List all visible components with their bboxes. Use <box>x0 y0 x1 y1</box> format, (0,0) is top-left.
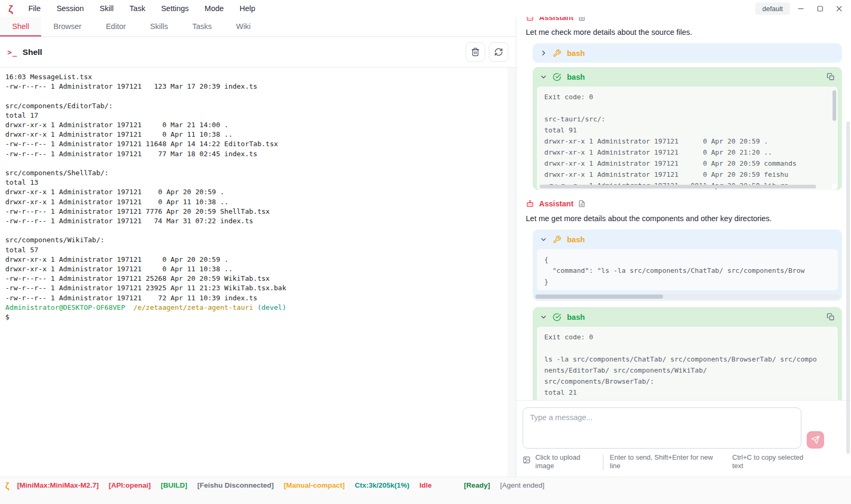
tool-call-bash-success: bash Exit code: 0 src-tauri/src/: total … <box>533 67 842 190</box>
assistant-message: Let me get more details about the compon… <box>526 214 842 223</box>
status-feishu[interactable]: [Feishu Disconnected] <box>197 481 274 489</box>
wrench-icon <box>553 235 561 244</box>
prompt-path: /e/zetaagent/zeta-agent-tauri <box>134 303 253 311</box>
chevron-down-icon[interactable] <box>540 236 547 243</box>
shell-header: >_ Shell <box>0 37 516 68</box>
prompt-user: Administrator@DESKTOP-OF68VEP <box>5 303 125 311</box>
tab-shell[interactable]: Shell <box>0 17 41 36</box>
copy-output-button[interactable] <box>827 313 835 321</box>
message-composer: Click to upload image Enter to send, Shi… <box>516 400 850 477</box>
copy-icon <box>827 73 835 81</box>
tool-call-bash-expanded: bash { "command": "ls -la src/components… <box>533 230 842 301</box>
session-badge[interactable]: default <box>755 3 790 15</box>
status-build[interactable]: [BUILD] <box>160 481 187 489</box>
wrench-icon <box>553 49 561 58</box>
maximize-button[interactable] <box>812 2 828 15</box>
menu-settings[interactable]: Settings <box>153 4 196 13</box>
message-input[interactable] <box>523 407 801 449</box>
menu-file[interactable]: File <box>21 4 49 13</box>
restart-terminal-button[interactable] <box>489 42 508 62</box>
hint-divider <box>603 454 603 470</box>
shell-title: Shell <box>23 47 42 57</box>
assistant-role-label: Assistant <box>539 199 573 208</box>
tool-call-bash-collapsed[interactable]: bash <box>533 43 842 63</box>
status-agent-state: [Agent ended] <box>500 481 544 489</box>
terminal-prompt-icon: >_ <box>7 48 17 56</box>
check-circle-icon <box>553 73 561 81</box>
minimize-button[interactable] <box>793 2 809 15</box>
upload-hint: Click to upload image <box>535 453 585 470</box>
tab-editor[interactable]: Editor <box>93 17 138 36</box>
clear-terminal-button[interactable] <box>466 42 485 62</box>
left-panel: Shell Browser Editor Skills Tasks Wiki >… <box>0 17 516 477</box>
tool-name: bash <box>567 49 585 58</box>
tool-output: Exit code: 0 src-tauri/src/: total 91 dr… <box>544 91 830 190</box>
robot-icon <box>526 199 534 208</box>
status-model[interactable]: [MiniMax:MiniMax-M2.7] <box>17 481 99 489</box>
tool-input-json: { "command": "ls -la src/components/Chat… <box>544 254 830 287</box>
menu-task[interactable]: Task <box>121 4 153 13</box>
tab-tasks[interactable]: Tasks <box>180 17 224 36</box>
scrollbar-corner <box>832 184 837 189</box>
copy-icon <box>827 313 835 321</box>
tab-skills[interactable]: Skills <box>138 17 180 36</box>
chevron-right-icon[interactable] <box>540 50 547 56</box>
status-context-usage: Ctx:3k/205k(1%) <box>355 481 410 489</box>
status-api[interactable]: [API:openai] <box>109 481 151 489</box>
input-horizontal-scrollbar-track[interactable] <box>535 294 839 299</box>
status-ready: [Ready] <box>464 481 490 489</box>
enter-hint: Enter to send, Shift+Enter for new line <box>610 453 725 470</box>
tab-browser[interactable]: Browser <box>41 17 93 36</box>
chevron-down-icon[interactable] <box>540 313 547 320</box>
terminal-prompt-line: Administrator@DESKTOP-OF68VEP /e/zetaage… <box>5 303 503 312</box>
assistant-header: Assistant <box>526 198 842 210</box>
tab-wiki[interactable]: Wiki <box>224 17 262 36</box>
terminal-cursor-line: $ <box>5 312 503 322</box>
refresh-icon <box>494 47 503 56</box>
menu-skill[interactable]: Skill <box>92 4 122 13</box>
status-logo-icon: ζ <box>5 481 9 491</box>
paper-plane-icon <box>811 435 820 444</box>
tool-input-box[interactable]: { "command": "ls -la src/components/Chat… <box>537 249 838 290</box>
trash-icon <box>471 47 480 56</box>
tab-bar: Shell Browser Editor Skills Tasks Wiki <box>0 17 516 37</box>
close-icon <box>836 6 842 12</box>
image-icon <box>523 456 531 464</box>
copy-hint: Ctrl+C to copy selected text <box>732 453 811 470</box>
upload-image-button[interactable]: Click to upload image <box>523 453 603 470</box>
tool-output-box[interactable]: Exit code: 0 ls -la src/components/ChatT… <box>537 327 838 400</box>
terminal-scrollbar[interactable] <box>507 68 516 477</box>
robot-icon <box>526 17 534 22</box>
tool-output-box[interactable]: Exit code: 0 src-tauri/src/: total 91 dr… <box>537 87 838 190</box>
tool-name: bash <box>567 235 585 244</box>
document-icon[interactable] <box>578 200 585 207</box>
assistant-message: Let me check more details about the sour… <box>526 28 842 36</box>
document-icon[interactable] <box>578 17 585 21</box>
close-button[interactable] <box>831 2 847 15</box>
output-horizontal-scrollbar[interactable] <box>540 185 816 188</box>
terminal-output: 16:03 MessageList.tsx -rw-r--r-- 1 Admin… <box>5 72 503 303</box>
chat-panel: Assistant Let me check more details abou… <box>516 17 850 477</box>
chat-message-list[interactable]: Assistant Let me check more details abou… <box>516 17 850 400</box>
menu-session[interactable]: Session <box>49 4 92 13</box>
tool-name: bash <box>567 313 585 321</box>
tool-name: bash <box>567 73 585 81</box>
status-bar: ζ [MiniMax:MiniMax-M2.7] [API:openai] [B… <box>0 477 851 504</box>
maximize-icon <box>817 6 823 12</box>
tool-call-bash-success: bash Exit code: 0 ls -la src/components/… <box>533 307 842 400</box>
menu-mode[interactable]: Mode <box>197 4 232 13</box>
prompt-branch: (devel) <box>257 303 286 311</box>
terminal-output-area[interactable]: 16:03 MessageList.tsx -rw-r--r-- 1 Admin… <box>0 68 516 477</box>
chevron-down-icon[interactable] <box>540 73 547 80</box>
copy-output-button[interactable] <box>827 73 835 81</box>
assistant-header: Assistant <box>526 17 842 23</box>
send-button[interactable] <box>807 431 824 449</box>
menu-bar: ζ File Session Skill Task Settings Mode … <box>0 0 851 17</box>
output-vertical-scrollbar[interactable] <box>833 90 836 121</box>
assistant-role-label: Assistant <box>539 17 573 22</box>
window-scrollbar[interactable] <box>846 121 850 454</box>
menu-help[interactable]: Help <box>232 4 263 13</box>
input-horizontal-scrollbar-thumb[interactable] <box>535 294 663 299</box>
status-compact-mode[interactable]: [Manual-compact] <box>283 481 345 489</box>
status-idle: Idle <box>420 481 432 489</box>
